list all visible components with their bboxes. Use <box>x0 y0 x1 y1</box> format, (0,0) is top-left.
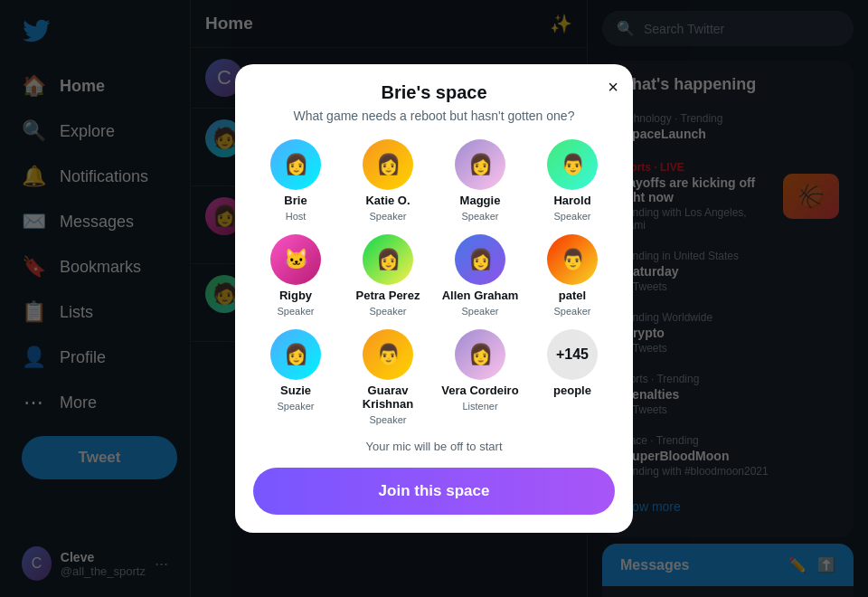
speaker-avatar: 👩 <box>270 329 321 380</box>
speaker-avatar: 🐱 <box>270 234 321 285</box>
modal-close-button[interactable]: × <box>608 77 618 98</box>
speaker-rigby: 🐱 Rigby Speaker <box>253 234 338 317</box>
speaker-petra: 👩 Petra Perez Speaker <box>345 234 430 317</box>
speaker-guarav: 👨 Guarav Krishnan Speaker <box>345 329 430 425</box>
join-space-button[interactable]: Join this space <box>253 468 615 515</box>
speaker-patel: 👨 patel Speaker <box>530 234 615 317</box>
plus-count-badge: +145 <box>547 329 598 380</box>
speaker-avatar: 👩 <box>455 329 505 380</box>
speaker-maggie: 👩 Maggie Speaker <box>438 139 523 222</box>
speaker-avatar: 👨 <box>547 139 598 190</box>
speaker-plus: +145 people <box>530 329 615 425</box>
speaker-avatar: 👨 <box>547 234 598 285</box>
space-modal: × Brie's space What game needs a reboot … <box>235 64 633 533</box>
modal-overlay[interactable]: × Brie's space What game needs a reboot … <box>0 0 868 597</box>
speaker-harold: 👨 Harold Speaker <box>530 139 615 222</box>
speaker-suzie: 👩 Suzie Speaker <box>253 329 338 425</box>
speaker-avatar: 👩 <box>270 139 321 190</box>
speaker-avatar: 👨 <box>363 329 413 380</box>
mic-notice: Your mic will be off to start <box>253 440 615 453</box>
modal-subtitle: What game needs a reboot but hasn't gott… <box>253 109 615 123</box>
speaker-vera: 👩 Vera Cordeiro Listener <box>438 329 523 425</box>
speaker-brie: 👩 Brie Host <box>253 139 338 222</box>
speaker-avatar: 👩 <box>363 234 413 285</box>
modal-title: Brie's space <box>253 82 615 103</box>
speaker-avatar: 👩 <box>363 139 413 190</box>
speaker-katie: 👩 Katie O. Speaker <box>345 139 430 222</box>
speaker-allen: 👩 Allen Graham Speaker <box>438 234 523 317</box>
speaker-avatar: 👩 <box>455 139 505 190</box>
speaker-avatar: 👩 <box>455 234 505 285</box>
speakers-grid: 👩 Brie Host 👩 Katie O. Speaker 👩 Maggie … <box>253 139 615 425</box>
